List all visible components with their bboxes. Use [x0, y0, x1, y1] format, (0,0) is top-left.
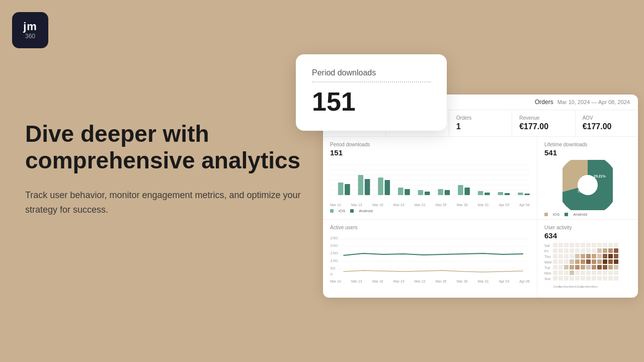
svg-rect-88: [608, 259, 613, 264]
svg-rect-47: [581, 243, 585, 247]
svg-rect-16: [518, 193, 523, 195]
svg-rect-8: [358, 175, 364, 195]
svg-rect-49: [592, 243, 596, 247]
lifetime-chart-value: 541: [544, 148, 631, 157]
svg-rect-116: [564, 276, 569, 281]
svg-text:29.21%: 29.21%: [594, 174, 606, 178]
svg-rect-112: [608, 270, 613, 275]
svg-rect-101: [614, 265, 618, 269]
svg-rect-84: [586, 259, 591, 264]
hero-content: Dive deeper with comprehensive analytics…: [25, 121, 307, 217]
svg-rect-73: [592, 254, 596, 258]
svg-rect-58: [575, 248, 580, 253]
period-downloads-chart: Period downloads 151: [323, 137, 537, 219]
lifetime-downloads-chart: Lifetime downloads 541 29.21% 70.79% iOS…: [537, 137, 638, 219]
svg-rect-78: [553, 259, 557, 264]
svg-rect-70: [575, 254, 580, 258]
svg-rect-59: [581, 248, 585, 253]
svg-rect-14: [478, 191, 484, 195]
bar-chart-container: Mar 10Mar 13Mar 16Mar 19Mar 22Mar 25Mar …: [330, 160, 530, 208]
svg-rect-121: [592, 276, 596, 281]
svg-rect-98: [597, 265, 602, 269]
svg-rect-62: [597, 248, 602, 253]
svg-rect-67: [558, 254, 563, 258]
stat-aov: AOV €177.00: [576, 110, 638, 136]
stat-label-4: AOV: [583, 115, 631, 121]
svg-rect-97: [592, 265, 596, 269]
svg-rect-53: [614, 243, 618, 247]
svg-rect-76: [608, 254, 613, 258]
bar-chart-svg: [330, 160, 530, 200]
floating-card-value: 151: [312, 86, 431, 117]
dashboard-date-range: Mar 10, 2024 — Apr 08, 2024: [557, 99, 630, 105]
logo: jm 360: [12, 12, 48, 48]
svg-rect-64: [608, 248, 613, 253]
dashboard-orders-label: Orders: [535, 99, 553, 106]
stat-value-2: 1: [456, 122, 505, 131]
line-chart-svg: 250 200 150 100 50 0: [330, 231, 530, 277]
svg-rect-99: [603, 265, 607, 269]
svg-rect-83: [581, 259, 585, 264]
logo-jm: jm: [23, 21, 37, 33]
svg-rect-17: [345, 184, 350, 195]
svg-rect-74: [597, 254, 602, 258]
svg-rect-12: [438, 189, 443, 195]
svg-rect-43: [558, 243, 563, 247]
svg-rect-45: [570, 243, 574, 247]
stat-label-3: Revenue: [519, 115, 568, 121]
svg-rect-10: [398, 188, 404, 195]
svg-rect-113: [614, 270, 618, 275]
svg-rect-66: [553, 254, 557, 258]
hero-subtext: Track user behavior, monitor engagement …: [25, 188, 307, 217]
svg-rect-21: [425, 192, 430, 195]
svg-rect-42: [553, 243, 557, 247]
svg-rect-52: [608, 243, 613, 247]
svg-rect-123: [603, 276, 607, 281]
stat-label-2: Orders: [456, 115, 505, 121]
svg-rect-96: [586, 265, 591, 269]
svg-rect-117: [570, 276, 574, 281]
svg-rect-24: [485, 193, 490, 195]
svg-rect-87: [603, 259, 607, 264]
pie-chart-svg: 29.21% 70.79%: [562, 160, 613, 210]
svg-rect-100: [608, 265, 613, 269]
period-downloads-chart-value: 151: [330, 148, 530, 157]
stat-orders: Orders 1: [449, 110, 512, 136]
svg-rect-57: [570, 248, 574, 253]
svg-rect-20: [405, 189, 410, 195]
svg-text:70.79%: 70.79%: [578, 190, 590, 193]
pie-chart-container: 29.21% 70.79%: [544, 160, 631, 210]
lifetime-chart-title: Lifetime downloads: [544, 142, 631, 147]
svg-rect-77: [614, 254, 618, 258]
svg-rect-11: [418, 190, 424, 195]
svg-rect-60: [586, 248, 591, 253]
svg-rect-15: [498, 192, 503, 195]
heatmap-row-labels: Sat Fri Thu Wed Tue Mon Sun: [544, 243, 551, 288]
svg-rect-91: [558, 265, 563, 269]
stat-value-4: €177.00: [583, 122, 631, 131]
legend-ios: iOS: [339, 209, 345, 213]
svg-rect-56: [564, 248, 569, 253]
pie-legend: iOS Android: [544, 212, 631, 217]
svg-rect-93: [570, 265, 574, 269]
svg-rect-80: [564, 259, 569, 264]
svg-text:200: 200: [330, 244, 338, 248]
svg-rect-48: [586, 243, 591, 247]
svg-rect-122: [597, 276, 602, 281]
active-users-chart: Active users 250 200 150 100 50 0: [323, 220, 537, 298]
charts-row-2: Active users 250 200 150 100 50 0: [323, 220, 638, 298]
svg-rect-22: [445, 190, 450, 195]
svg-rect-125: [614, 276, 618, 281]
line-chart-x-labels: Mar 10Mar 13Mar 16Mar 19Mar 22Mar 25Mar …: [330, 280, 530, 283]
heatmap-col-labels: 12am 3am 6am 9am 12pm 3pm 6pm 9pm: [553, 285, 628, 288]
svg-rect-86: [597, 259, 602, 264]
svg-rect-108: [586, 270, 591, 275]
svg-rect-9: [378, 177, 383, 195]
svg-rect-89: [614, 259, 618, 264]
svg-rect-69: [570, 254, 574, 258]
svg-rect-111: [603, 270, 607, 275]
active-users-chart-title: Active users: [330, 225, 530, 230]
svg-rect-104: [564, 270, 569, 275]
svg-text:250: 250: [330, 236, 338, 240]
bar-chart-x-labels: Mar 10Mar 13Mar 16Mar 19Mar 22Mar 25Mar …: [330, 203, 530, 207]
